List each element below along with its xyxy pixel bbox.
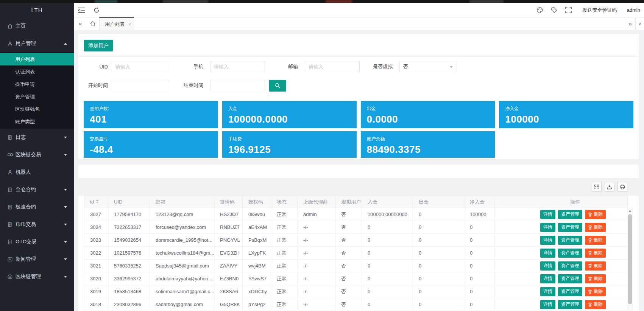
table-row: 30203362995372abdulalmayyahi@yahoo....EZ… (84, 272, 628, 285)
sidebar-submenu: 用户列表认证列表提币申请资产管理区块链钱包账户类型 (0, 52, 74, 129)
asset-manage-button[interactable]: 资产管理 (558, 210, 582, 219)
stat-label: 手续费 (228, 136, 351, 142)
delete-button[interactable]: 删除 (585, 236, 606, 245)
delete-button[interactable]: 删除 (585, 261, 606, 271)
stats-grid: 总用户数:401入金100000.0000出金0.0000净入金100000交易… (84, 101, 633, 158)
sidebar-item-区块链管理[interactable]: $区块链管理 (0, 268, 74, 285)
collapse-sidebar-icon[interactable] (74, 3, 89, 17)
delete-label: 删除 (594, 224, 603, 230)
col-header-净入金: 净入金 (464, 196, 494, 208)
asset-manage-button[interactable]: 资产管理 (558, 249, 582, 258)
uid-input[interactable] (112, 61, 169, 72)
phone-input[interactable] (210, 61, 265, 72)
sidebar-item-区块链交易[interactable]: 区块链交易 (0, 146, 74, 163)
uid-label: UID (84, 64, 108, 70)
detail-button[interactable]: 详情 (540, 261, 555, 271)
delete-button[interactable]: 删除 (585, 210, 606, 219)
sidebar-subitem-提币申请[interactable]: 提币申请 (0, 78, 74, 90)
print-icon[interactable] (617, 182, 627, 192)
stat-value: 100000 (505, 114, 627, 125)
delete-button[interactable]: 删除 (585, 249, 606, 258)
scrollbar-thumb[interactable] (628, 214, 632, 304)
cell-invite: 2K8SA6 (214, 285, 243, 298)
sidebar-item-新闻管理[interactable]: 新闻管理 (0, 250, 74, 268)
sidebar-item-日志[interactable]: 日志 (0, 129, 74, 146)
sidebar-subitem-资产管理[interactable]: 资产管理 (0, 90, 74, 103)
cell-email: abdulalmayyahi@yahoo.... (150, 272, 214, 285)
tab-user-list[interactable]: 用户列表 × (99, 17, 134, 30)
sidebar-item-币币交易[interactable]: 币币交易 (0, 216, 74, 233)
phone-field-group: 手机 (169, 61, 265, 72)
table-header-row: idUID邮箱邀请码授权码状态上级代理商虚拟用户入金出金净入金操作 (84, 196, 628, 208)
sidebar-item-用户管理[interactable]: 用户管理 (0, 35, 74, 52)
asset-manage-button[interactable]: 资产管理 (558, 274, 582, 283)
delete-button[interactable]: 删除 (585, 223, 606, 232)
tab-close-icon[interactable]: × (129, 22, 131, 26)
cell-withdraw: 0 (413, 285, 464, 298)
sidebar-subitem-认证列表[interactable]: 认证列表 (0, 65, 74, 78)
tabs-scroll-left-icon[interactable]: « (74, 17, 87, 30)
cell-agent: -/- (298, 285, 335, 298)
theme-palette-icon[interactable] (533, 3, 547, 17)
email-input[interactable] (305, 61, 360, 72)
col-header-id[interactable]: id (84, 196, 108, 208)
header-right-tools: 发送安全验证码 admin (533, 3, 642, 17)
chevron-down-icon (64, 154, 67, 156)
asset-manage-button[interactable]: 资产管理 (558, 236, 582, 245)
detail-button[interactable]: 详情 (540, 236, 555, 245)
refresh-icon[interactable] (89, 3, 104, 17)
cell-auth: xODChy (243, 285, 271, 298)
sidebar-item-OTC交易[interactable]: OTC交易 (0, 233, 74, 250)
detail-button[interactable]: 详情 (540, 223, 555, 232)
export-icon[interactable] (605, 182, 614, 192)
stat-value: -48.4 (90, 144, 212, 156)
tabs-menu-icon[interactable]: ∨ (635, 17, 644, 30)
trash-icon (588, 289, 592, 294)
detail-button[interactable]: 详情 (540, 210, 555, 219)
end-time-input[interactable] (210, 80, 265, 91)
user-icon (7, 169, 15, 175)
search-icon (275, 83, 281, 89)
table-scrollbar[interactable] (627, 208, 633, 311)
tag-icon[interactable] (547, 3, 561, 17)
table-toolbar (78, 178, 639, 196)
sidebar-item-主页[interactable]: 主页 (0, 17, 74, 35)
asset-manage-button[interactable]: 资产管理 (558, 223, 582, 232)
asset-manage-button[interactable]: 资产管理 (558, 261, 582, 271)
cell-status: 正常 (271, 234, 298, 247)
detail-button[interactable]: 详情 (540, 274, 555, 283)
delete-button[interactable]: 删除 (585, 274, 606, 283)
start-time-input[interactable] (112, 80, 169, 91)
delete-button[interactable]: 删除 (585, 300, 606, 309)
send-security-code-button[interactable]: 发送安全验证码 (583, 7, 617, 14)
virtual-select[interactable]: 否 (399, 61, 457, 72)
sidebar-subitem-账户类型[interactable]: 账户类型 (0, 115, 74, 128)
app-logo: LTH (0, 3, 74, 17)
cell-deposit: 100000.00000000 (362, 208, 413, 221)
stat-card-总用户数: 总用户数:401 (84, 101, 218, 128)
asset-manage-button[interactable]: 资产管理 (558, 287, 582, 296)
detail-button[interactable]: 详情 (540, 300, 555, 309)
cell-id: 3027 (84, 208, 108, 221)
current-user[interactable]: admin (627, 7, 640, 13)
cell-actions: 详情资产管理删除 (494, 234, 628, 247)
add-user-button[interactable]: 添加用户 (84, 40, 113, 51)
search-button[interactable] (269, 80, 286, 92)
tab-home-icon[interactable] (87, 17, 99, 30)
sidebar-item-极速合约[interactable]: 极速合约 (0, 198, 74, 216)
columns-filter-icon[interactable] (592, 182, 602, 192)
doc-icon (7, 204, 15, 210)
sort-icon[interactable] (96, 199, 99, 203)
sidebar-subitem-区块链钱包[interactable]: 区块链钱包 (0, 103, 74, 115)
tabs-scroll-right-icon[interactable]: » (625, 17, 635, 30)
fullscreen-icon[interactable] (561, 3, 576, 17)
sidebar-item-全仓合约[interactable]: 全仓合约 (0, 181, 74, 198)
scrollbar-up-icon[interactable] (628, 210, 632, 212)
sidebar-subitem-用户列表[interactable]: 用户列表 (0, 53, 74, 65)
asset-manage-button[interactable]: 资产管理 (558, 300, 582, 309)
sidebar-item-机器人[interactable]: 机器人 (0, 163, 74, 181)
detail-button[interactable]: 详情 (540, 249, 555, 258)
delete-button[interactable]: 删除 (585, 287, 606, 296)
detail-button[interactable]: 详情 (540, 287, 555, 296)
end-time-label: 结束时间 (169, 82, 203, 89)
